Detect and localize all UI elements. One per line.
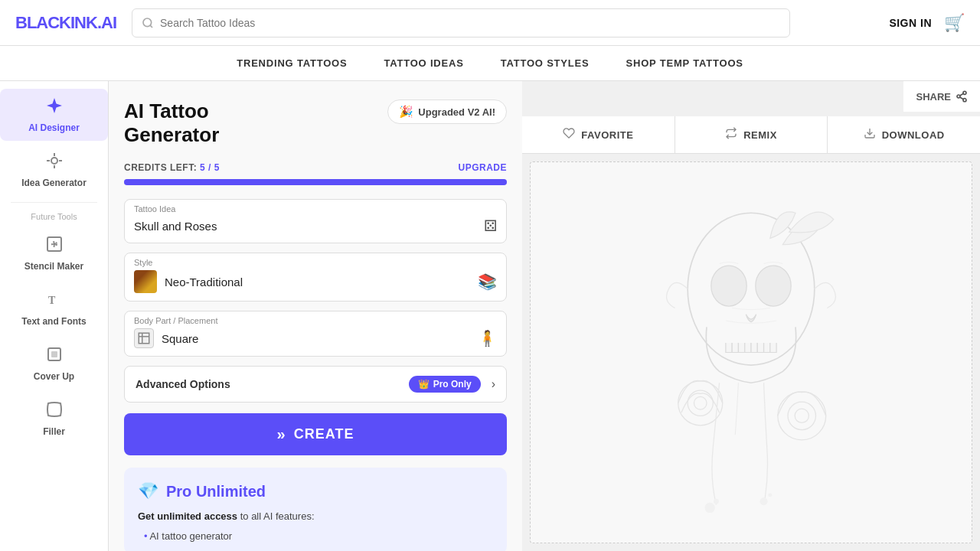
sidebar-label-filler: Filler [43,426,65,437]
svg-text:T: T [48,295,56,306]
pro-feature-item: AI tattoo generator [144,529,493,543]
pro-only-badge: 👑 Pro Only [409,376,481,393]
body-part-field[interactable]: Body Part / Placement Square 🧍 [124,311,507,357]
nav-ideas[interactable]: TATTOO IDEAS [381,57,466,69]
v2-badge[interactable]: 🎉 Upgraded V2 AI! [387,99,507,124]
tattoo-image [531,162,972,543]
pro-unlimited-card: 💎 Pro Unlimited Get unlimited access to … [124,468,507,551]
svg-point-27 [694,396,707,409]
body-part-value: Square [162,332,198,345]
main-nav: TRENDING TATTOOS TATTOO IDEAS TATTOO STY… [0,46,980,81]
right-panel: SHARE FAVORITE REMIX [522,81,980,551]
ai-designer-icon [45,96,64,119]
credits-value: 5 / 5 [200,162,220,173]
stencil-maker-icon [45,235,64,258]
tattoo-idea-field[interactable]: Tattoo Idea ⚄ [124,199,507,243]
remix-button[interactable]: REMIX [675,116,828,153]
chevron-down-icon: › [492,377,495,391]
body-part-thumbnail [134,328,154,348]
search-input[interactable] [160,17,780,29]
action-bar: FAVORITE REMIX DOWNLOAD [522,116,980,154]
sidebar-item-cover-up[interactable]: Cover Up [0,337,108,390]
future-tools-label: Future Tools [24,209,83,224]
cover-up-icon [45,345,64,368]
svg-point-26 [688,390,713,416]
nav-styles[interactable]: TATTOO STYLES [498,57,593,69]
svg-point-31 [705,503,715,513]
svg-point-28 [778,392,826,440]
style-thumbnail [134,270,157,293]
progress-bar-fill [124,179,507,185]
credits-label: CREDITS LEFT: 5 / 5 [124,162,220,173]
style-picker-icon[interactable]: 📚 [478,272,497,291]
svg-line-20 [960,93,964,96]
search-bar[interactable] [132,8,790,37]
cart-icon[interactable]: 🛒 [944,13,965,33]
pro-card-desc: Get unlimited access to all AI features: [138,509,493,524]
favorite-button[interactable]: FAVORITE [522,116,675,153]
idea-generator-icon [45,152,64,174]
svg-point-9 [54,243,55,245]
sidebar-label-ai-designer: AI Designer [28,122,80,133]
tattoo-idea-label: Tattoo Idea [134,204,497,214]
advanced-options-label: Advanced Options [136,378,230,390]
svg-rect-13 [139,334,149,344]
sidebar-item-ai-designer[interactable]: AI Designer [0,89,108,141]
sidebar: AI Designer Idea Generator Future Tools … [0,81,109,551]
logo: BLACKINK.AI [15,13,116,33]
heart-icon [563,127,575,142]
svg-point-33 [760,497,768,505]
credits-progress-bar [124,179,507,185]
svg-point-0 [143,18,152,27]
sidebar-label-stencil-maker: Stencil Maker [24,261,83,272]
remix-icon [725,127,737,142]
party-icon: 🎉 [399,105,413,119]
pro-card-features: AI tattoo generator [138,529,493,543]
svg-point-24 [756,266,791,306]
body-picker-icon[interactable]: 🧍 [478,329,497,347]
sidebar-divider [11,202,97,203]
pro-card-title: Pro Unlimited [166,483,266,500]
style-value: Neo-Traditional [165,276,243,289]
advanced-options-row[interactable]: Advanced Options 👑 Pro Only › [124,366,507,403]
sidebar-item-text-fonts[interactable]: T Text and Fonts [0,282,108,334]
page-title: AI Tattoo Generator [124,99,219,147]
text-fonts-icon: T [45,290,64,313]
svg-point-34 [768,493,772,497]
sidebar-label-cover-up: Cover Up [34,371,74,382]
sign-in-button[interactable]: SIGN IN [889,17,932,29]
pro-crown-icon: 👑 [418,379,430,390]
tattoo-idea-input[interactable] [134,220,484,233]
download-icon [864,127,876,142]
sidebar-item-idea-generator[interactable]: Idea Generator [0,144,108,196]
filler-icon [45,400,64,423]
svg-point-18 [963,99,966,102]
svg-point-17 [957,95,960,98]
svg-line-1 [150,25,152,28]
create-button[interactable]: » CREATE [124,413,507,455]
svg-point-23 [711,266,746,306]
svg-line-19 [960,97,964,99]
left-panel: AI Tattoo Generator 🎉 Upgraded V2 AI! CR… [109,81,522,551]
download-button[interactable]: DOWNLOAD [828,116,980,153]
sidebar-item-filler[interactable]: Filler [0,393,108,445]
svg-rect-12 [51,351,57,357]
sidebar-item-stencil-maker[interactable]: Stencil Maker [0,227,108,279]
nav-shop[interactable]: SHOP TEMP TATTOOS [623,57,746,69]
svg-point-2 [51,158,57,164]
svg-point-30 [795,409,808,422]
style-field[interactable]: Style Neo-Traditional 📚 [124,253,507,302]
share-button[interactable]: SHARE [903,81,980,112]
svg-point-32 [714,499,719,504]
share-icon [956,90,968,103]
tattoo-canvas [530,161,972,543]
sidebar-label-text-fonts: Text and Fonts [21,316,86,327]
search-icon [142,17,154,29]
dice-icon[interactable]: ⚄ [484,217,497,235]
svg-point-16 [963,91,966,94]
nav-trending[interactable]: TRENDING TATTOOS [234,57,350,69]
upgrade-button[interactable]: UPGRADE [458,162,507,173]
svg-point-29 [788,402,815,429]
create-chevrons-icon: » [277,425,286,443]
body-part-label: Body Part / Placement [134,316,497,325]
